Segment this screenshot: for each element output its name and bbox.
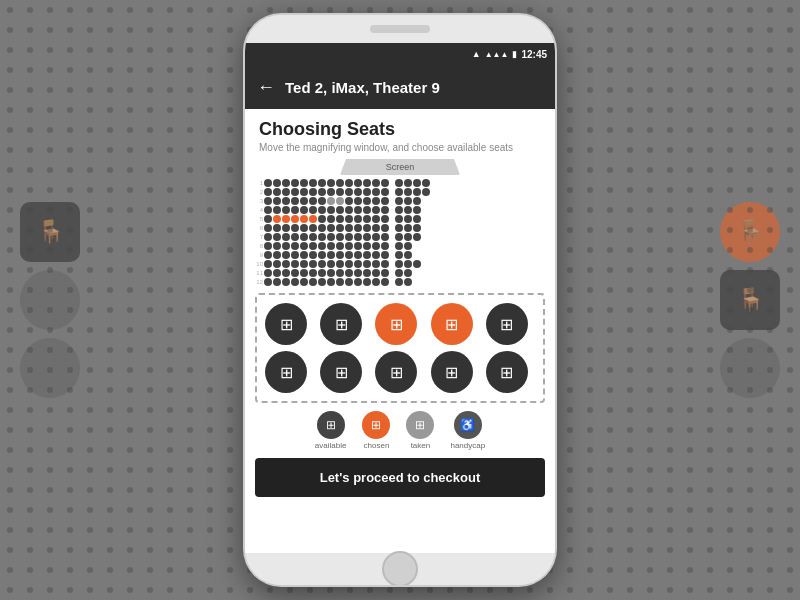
seat[interactable] xyxy=(264,179,272,187)
seat[interactable] xyxy=(327,215,335,223)
seat[interactable] xyxy=(381,197,389,205)
seat[interactable] xyxy=(381,206,389,214)
seat[interactable] xyxy=(282,224,290,232)
seat[interactable] xyxy=(273,197,281,205)
seat[interactable] xyxy=(336,278,344,286)
seat[interactable] xyxy=(318,197,326,205)
seat[interactable] xyxy=(309,251,317,259)
seat[interactable] xyxy=(318,179,326,187)
seat[interactable] xyxy=(395,188,403,196)
seat[interactable] xyxy=(363,251,371,259)
seat[interactable] xyxy=(372,251,380,259)
seat[interactable] xyxy=(413,188,421,196)
seat[interactable] xyxy=(395,197,403,205)
home-button[interactable] xyxy=(382,551,418,585)
seat[interactable] xyxy=(282,179,290,187)
seat[interactable] xyxy=(354,197,362,205)
seat[interactable] xyxy=(264,260,272,268)
seat[interactable] xyxy=(363,197,371,205)
seat[interactable] xyxy=(309,233,317,241)
seat[interactable] xyxy=(404,242,412,250)
seat[interactable] xyxy=(318,251,326,259)
seat[interactable] xyxy=(282,188,290,196)
seat[interactable] xyxy=(345,188,353,196)
seat[interactable] xyxy=(354,206,362,214)
seat[interactable] xyxy=(273,278,281,286)
seat[interactable] xyxy=(372,215,380,223)
seat[interactable] xyxy=(291,206,299,214)
seat[interactable] xyxy=(395,179,403,187)
seat[interactable] xyxy=(354,224,362,232)
seat[interactable] xyxy=(363,269,371,277)
seat[interactable] xyxy=(381,215,389,223)
seat[interactable] xyxy=(291,233,299,241)
seat[interactable] xyxy=(381,224,389,232)
mag-seat-4-chosen[interactable]: ⊞ xyxy=(431,303,473,345)
magnifier-window[interactable]: ⊞ ⊞ ⊞ ⊞ ⊞ ⊞ ⊞ ⊞ ⊞ xyxy=(255,293,545,403)
seat[interactable] xyxy=(318,278,326,286)
seat[interactable] xyxy=(318,188,326,196)
seat[interactable] xyxy=(327,233,335,241)
seat[interactable] xyxy=(404,215,412,223)
mag-seat-3-chosen[interactable]: ⊞ xyxy=(375,303,417,345)
seat[interactable] xyxy=(354,188,362,196)
mag-seat-5[interactable]: ⊞ xyxy=(486,303,528,345)
seat[interactable] xyxy=(264,242,272,250)
seat[interactable] xyxy=(291,278,299,286)
seat[interactable] xyxy=(282,251,290,259)
seat[interactable] xyxy=(363,215,371,223)
seat[interactable] xyxy=(264,278,272,286)
seat[interactable] xyxy=(404,278,412,286)
seat[interactable] xyxy=(413,260,421,268)
seat[interactable] xyxy=(273,206,281,214)
seat[interactable] xyxy=(354,215,362,223)
seat[interactable] xyxy=(336,197,344,205)
seat[interactable] xyxy=(264,188,272,196)
seat[interactable] xyxy=(381,251,389,259)
seat[interactable] xyxy=(327,251,335,259)
seat[interactable] xyxy=(291,215,299,223)
seat[interactable] xyxy=(282,233,290,241)
seat[interactable] xyxy=(273,251,281,259)
seat[interactable] xyxy=(336,215,344,223)
seat[interactable] xyxy=(309,269,317,277)
seat[interactable] xyxy=(372,242,380,250)
seat[interactable] xyxy=(395,233,403,241)
seat[interactable] xyxy=(327,179,335,187)
seat[interactable] xyxy=(413,206,421,214)
mag-seat-9[interactable]: ⊞ xyxy=(431,351,473,393)
seat[interactable] xyxy=(345,179,353,187)
seat[interactable] xyxy=(327,224,335,232)
seat[interactable] xyxy=(404,251,412,259)
seat[interactable] xyxy=(318,215,326,223)
seat[interactable] xyxy=(327,188,335,196)
seat[interactable] xyxy=(345,233,353,241)
seat[interactable] xyxy=(282,242,290,250)
seat[interactable] xyxy=(413,215,421,223)
seat[interactable] xyxy=(345,260,353,268)
seat[interactable] xyxy=(264,206,272,214)
seat[interactable] xyxy=(282,206,290,214)
seat[interactable] xyxy=(404,269,412,277)
seat[interactable] xyxy=(327,278,335,286)
seat[interactable] xyxy=(372,224,380,232)
seat[interactable] xyxy=(273,233,281,241)
mag-seat-6[interactable]: ⊞ xyxy=(265,351,307,393)
seat[interactable] xyxy=(300,242,308,250)
seat[interactable] xyxy=(273,269,281,277)
seat[interactable] xyxy=(309,197,317,205)
seat[interactable] xyxy=(300,269,308,277)
seat[interactable] xyxy=(264,233,272,241)
seat[interactable] xyxy=(413,197,421,205)
seat[interactable] xyxy=(291,179,299,187)
seat[interactable] xyxy=(264,215,272,223)
seat[interactable] xyxy=(318,206,326,214)
seat[interactable] xyxy=(300,278,308,286)
seat[interactable] xyxy=(300,197,308,205)
seat[interactable] xyxy=(354,260,362,268)
seat[interactable] xyxy=(381,278,389,286)
seat[interactable] xyxy=(404,233,412,241)
seat[interactable] xyxy=(273,179,281,187)
seat[interactable] xyxy=(300,188,308,196)
seat[interactable] xyxy=(395,224,403,232)
